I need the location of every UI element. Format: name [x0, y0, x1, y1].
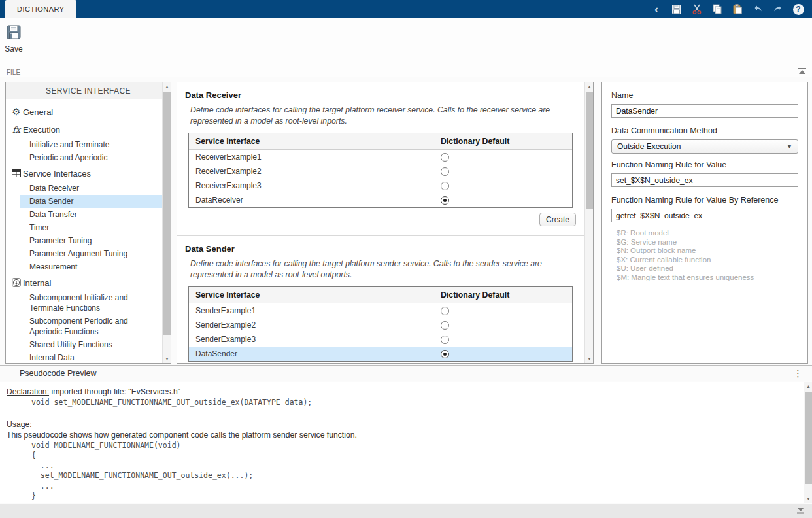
- right-splitter-handle[interactable]: [596, 215, 596, 232]
- rule-reference-field[interactable]: [611, 209, 798, 222]
- dictionary-default-radio[interactable]: [441, 321, 449, 330]
- data-communication-method-label: Data Communication Method: [611, 126, 798, 135]
- table-rows: ReceiverExample1ReceiverExample2Receiver…: [189, 150, 572, 207]
- create-button[interactable]: Create: [539, 213, 576, 226]
- table-row-receiverexample2[interactable]: ReceiverExample2: [189, 164, 572, 179]
- sidebar-item-label: Service Interfaces: [23, 169, 91, 179]
- sidebar-item-general[interactable]: ⚙General: [6, 103, 162, 120]
- collapse-panel-icon[interactable]: [796, 507, 805, 514]
- main-scrollbar[interactable]: ▲ ▼: [584, 82, 593, 363]
- tab-dictionary[interactable]: DICTIONARY: [5, 0, 76, 18]
- rule-value-field[interactable]: [611, 173, 798, 187]
- scroll-down-icon[interactable]: ▼: [804, 494, 812, 503]
- help-icon[interactable]: ?: [791, 2, 805, 16]
- rule-reference-label: Function Naming Rule for Value By Refere…: [611, 196, 798, 205]
- table-row-receiverexample3[interactable]: ReceiverExample3: [189, 179, 572, 193]
- titlebar: DICTIONARY ‹ ?: [0, 0, 812, 18]
- sidebar-item-subcomponent-initialize-and-terminate-functions[interactable]: Subcomponent Initialize and Terminate Fu…: [20, 291, 162, 315]
- save-button[interactable]: Save: [3, 24, 25, 61]
- pseudocode-preview-title: Pseudocode Preview: [20, 369, 96, 378]
- preview-scrollbar[interactable]: ▲ ▼: [804, 382, 812, 503]
- table-rows: SenderExample1SenderExample2SenderExampl…: [189, 303, 572, 361]
- naming-rule-hint: $M: Mangle text that ensures uniqueness: [617, 273, 798, 283]
- sidebar-item-periodic-and-aperiodic[interactable]: Periodic and Aperiodic: [20, 151, 162, 164]
- sidebar-item-data-sender[interactable]: Data Sender: [20, 195, 162, 208]
- chevron-left-icon[interactable]: ‹: [649, 2, 664, 16]
- selected-method: Outside Execution: [617, 142, 681, 151]
- table-row-senderexample2[interactable]: SenderExample2: [189, 318, 572, 332]
- left-splitter-handle[interactable]: [173, 215, 173, 232]
- dictionary-default-radio[interactable]: [441, 182, 449, 190]
- sidebar-item-shared-utility-functions[interactable]: Shared Utility Functions: [20, 338, 162, 351]
- dictionary-default-radio[interactable]: [441, 350, 449, 358]
- service-interface-name: ReceiverExample2: [189, 167, 434, 176]
- scroll-up-icon[interactable]: ▲: [163, 82, 171, 91]
- sidebar-item-initialize-and-terminate[interactable]: Initialize and Terminate: [20, 138, 162, 151]
- sidebar-item-label: Shared Utility Functions: [29, 339, 112, 350]
- sidebar-item-label: Parameter Argument Tuning: [29, 249, 127, 259]
- scroll-up-icon[interactable]: ▲: [585, 82, 594, 91]
- kebab-menu-icon[interactable]: ⋮: [793, 368, 803, 378]
- service-interfaces-main-panel: Data Receiver Define code interfaces for…: [177, 82, 594, 364]
- sidebar-item-internal-data[interactable]: Internal Data: [20, 351, 162, 363]
- dictionary-default-radio[interactable]: [441, 196, 449, 205]
- service-interface-panel: SERVICE INTERFACE ⚙GeneralfxExecutionIni…: [5, 82, 171, 364]
- sidebar-item-data-receiver[interactable]: Data Receiver: [20, 182, 162, 195]
- sidebar-item-parameter-argument-tuning[interactable]: Parameter Argument Tuning: [20, 247, 162, 260]
- dictionary-default-radio[interactable]: [441, 336, 449, 344]
- usage-label: Usage:: [7, 420, 32, 429]
- dictionary-default-radio[interactable]: [441, 167, 449, 176]
- data-receiver-section: Data Receiver Define code interfaces for…: [177, 82, 584, 226]
- name-field[interactable]: [611, 104, 798, 118]
- scroll-up-icon[interactable]: ▲: [804, 382, 812, 390]
- main-scroll-thumb[interactable]: [586, 92, 593, 209]
- sidebar-item-parameter-tuning[interactable]: Parameter Tuning: [20, 234, 162, 247]
- naming-rule-hint: $R: Root model: [617, 229, 798, 238]
- sidebar-item-service-interfaces[interactable]: Service Interfaces: [6, 165, 162, 182]
- service-interface-name: SenderExample3: [189, 335, 434, 344]
- paste-icon[interactable]: [730, 2, 745, 16]
- table-row-senderexample3[interactable]: SenderExample3: [189, 332, 572, 347]
- table-row-senderexample1[interactable]: SenderExample1: [189, 303, 572, 318]
- sidebar-item-timer[interactable]: Timer: [20, 221, 162, 234]
- scroll-down-icon[interactable]: ▼: [163, 354, 171, 363]
- collapse-toolstrip-icon[interactable]: [798, 68, 807, 75]
- preview-scroll-thumb[interactable]: [805, 392, 812, 484]
- sidebar-item-subcomponent-periodic-and-aperiodic-functions[interactable]: Subcomponent Periodic and Aperiodic Func…: [20, 315, 162, 338]
- table-row-datasender[interactable]: DataSender: [189, 347, 572, 361]
- sidebar-item-measurement[interactable]: Measurement: [20, 260, 162, 273]
- redo-icon[interactable]: [771, 2, 785, 16]
- pseudocode-preview-header: Pseudocode Preview ⋮: [0, 365, 812, 381]
- data-communication-method-select[interactable]: Outside Execution ▼: [611, 139, 798, 154]
- sidebar-item-execution[interactable]: fxExecution: [6, 121, 162, 138]
- dictionary-default-radio[interactable]: [441, 307, 449, 315]
- column-header-dictionary-default: Dictionary Default: [434, 137, 572, 146]
- table-row-receiverexample1[interactable]: ReceiverExample1: [189, 150, 572, 164]
- fx-icon: fx: [11, 125, 22, 135]
- sidebar-item-label: Subcomponent Periodic and Aperiodic Func…: [29, 316, 160, 337]
- save-icon[interactable]: [669, 2, 684, 16]
- file-section: Save FILE: [0, 18, 27, 77]
- tree-scroll-thumb[interactable]: [163, 92, 171, 335]
- sidebar-item-label: Periodic and Aperiodic: [29, 152, 107, 163]
- sidebar-item-label: Data Sender: [29, 196, 73, 207]
- table-row-datareceiver[interactable]: DataReceiver: [189, 193, 572, 207]
- sidebar-item-internal[interactable]: Internal: [6, 274, 162, 291]
- declaration-line: Declaration: imported through file: "EvS…: [7, 387, 804, 396]
- service-interface-name: SenderExample2: [189, 320, 434, 330]
- scroll-down-icon[interactable]: ▼: [585, 354, 594, 363]
- section-description: Define code interfaces for calling the t…: [190, 258, 569, 280]
- column-header-dictionary-default: Dictionary Default: [434, 290, 572, 300]
- column-header-service-interface: Service Interface: [189, 137, 434, 146]
- sidebar-item-data-transfer[interactable]: Data Transfer: [20, 208, 162, 221]
- cut-icon[interactable]: [690, 2, 704, 16]
- table-header-row: Service Interface Dictionary Default: [189, 133, 572, 150]
- tree-scrollbar[interactable]: ▲ ▼: [162, 82, 171, 363]
- sidebar-item-label: Parameter Tuning: [29, 235, 92, 246]
- copy-icon[interactable]: [710, 2, 724, 16]
- dictionary-default-cell: [434, 153, 572, 162]
- sidebar-item-label: Data Transfer: [29, 209, 77, 220]
- chevron-down-icon: ▼: [787, 143, 792, 150]
- undo-icon[interactable]: [751, 2, 765, 16]
- dictionary-default-radio[interactable]: [441, 153, 449, 162]
